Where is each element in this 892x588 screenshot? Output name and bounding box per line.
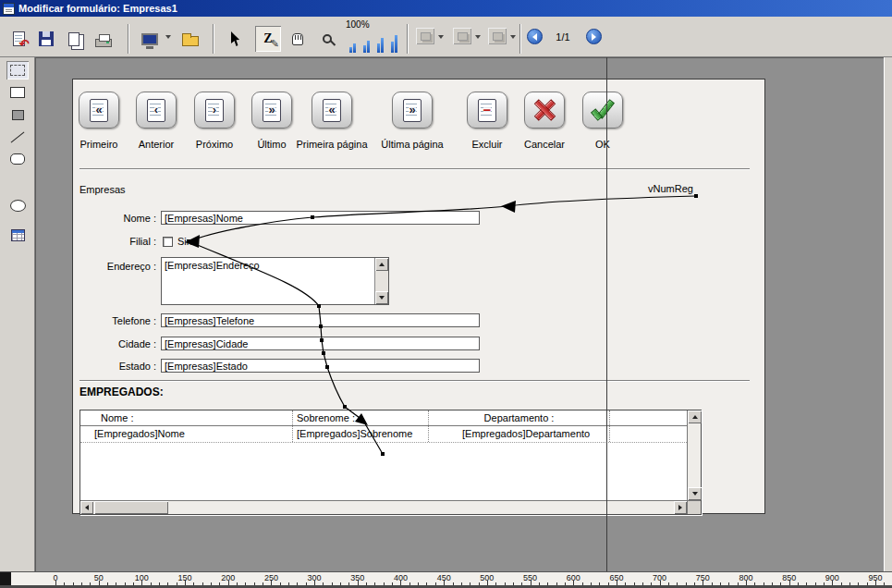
arrow-down-icon [692, 492, 698, 496]
form-button-ok[interactable] [582, 92, 623, 129]
field-endereco-input[interactable]: [Empresas]Endereço [161, 257, 389, 305]
zoom-tool-button[interactable] [314, 26, 340, 52]
chevron-down-icon [510, 35, 516, 39]
column-header[interactable]: Departamento : [429, 410, 610, 425]
scroll-left-button[interactable] [80, 501, 93, 514]
field-cidade-input[interactable]: [Empresas]Cidade [161, 337, 480, 350]
filial-checkbox[interactable] [163, 237, 173, 247]
subform-vertical-scrollbar[interactable] [687, 410, 701, 500]
design-canvas[interactable]: « Primeiro ‹ Anterior › Próximo » Último… [35, 57, 884, 571]
chevron-down-icon [165, 35, 171, 39]
form-button-ultimo[interactable]: » [251, 92, 292, 129]
arrow-up-icon [379, 263, 385, 266]
window-title: Modificar formulário: Empresas1 [18, 3, 177, 14]
rounded-rectangle-icon [10, 153, 25, 165]
save-icon [39, 31, 54, 46]
arrow-right-icon [592, 33, 596, 41]
scroll-down-button[interactable] [688, 487, 702, 500]
pointer-tool-button[interactable] [224, 26, 250, 52]
align-tool-button-1[interactable] [416, 28, 434, 44]
toolbar-separator [128, 24, 129, 54]
endereco-scrollbar[interactable] [374, 258, 388, 304]
field-telefone-input[interactable]: [Empresas]Telefone [161, 313, 480, 327]
form-button-cancelar[interactable] [524, 92, 565, 129]
field-endereco-label[interactable]: Endereço : [77, 261, 156, 272]
field-nome-input[interactable]: [Empresas]Nome [161, 211, 480, 225]
variable-label[interactable]: vNumReg [648, 183, 693, 194]
filled-rectangle-icon [12, 110, 24, 120]
align-dropdown-1[interactable] [435, 31, 446, 43]
marquee-icon [10, 65, 25, 76]
grid-tool[interactable] [6, 226, 29, 244]
rectangle-tool[interactable] [6, 83, 29, 102]
display-mode-button[interactable] [137, 26, 163, 52]
filial-checkbox-label[interactable]: Sim [177, 236, 195, 247]
subform-horizontal-scrollbar[interactable] [80, 500, 687, 514]
column-header[interactable]: Sobrenome : [293, 410, 429, 425]
next-page-button[interactable] [586, 29, 602, 44]
last-page-icon: » [403, 99, 422, 122]
open-button[interactable] [177, 26, 203, 52]
field-filial-label[interactable]: Filial : [77, 236, 156, 247]
zoom-preset-button-2[interactable] [360, 31, 373, 55]
zoom-preset-button-4[interactable] [387, 31, 400, 55]
ellipse-tool[interactable] [6, 196, 29, 214]
form-button-excluir[interactable]: − [467, 92, 507, 129]
align-tool-button-2[interactable] [453, 28, 471, 44]
form-button-label: Primeira página [287, 139, 376, 150]
subform-title[interactable]: EMPREGADOS: [79, 386, 164, 398]
previous-page-button[interactable] [527, 29, 543, 44]
magnifier-icon [323, 34, 332, 43]
zoom-preset-button-1[interactable] [346, 31, 359, 55]
scroll-down-button[interactable] [375, 291, 388, 304]
column-header[interactable]: Nome : [80, 410, 293, 425]
revert-button[interactable] [6, 26, 31, 52]
app-icon [3, 3, 15, 15]
field-estado-input[interactable]: [Empresas]Estado [161, 359, 480, 373]
filled-rectangle-tool[interactable] [6, 105, 29, 124]
field-telefone-label[interactable]: Telefone : [77, 315, 156, 326]
form-button-primeira-pagina[interactable]: « [312, 92, 352, 129]
scroll-up-button[interactable] [688, 410, 702, 423]
subform-data-row[interactable]: [Empregados]Nome [Empregados]Sobrenome [… [80, 426, 687, 443]
separator-line[interactable] [79, 168, 750, 170]
scrollbar-thumb[interactable] [94, 501, 168, 514]
empregados-subform[interactable]: Nome : Sobrenome : Departamento : [Empre… [79, 410, 702, 515]
entry-order-tool-button[interactable] [255, 26, 281, 52]
hand-tool-button[interactable] [285, 26, 311, 52]
align-dropdown-3[interactable] [507, 31, 518, 43]
align-tool-button-3[interactable] [488, 28, 507, 44]
table-cell[interactable]: [Empregados]Nome [80, 426, 293, 442]
separator-line[interactable] [79, 380, 750, 382]
scrollbar-corner [687, 500, 701, 514]
table-cell-empty [610, 426, 687, 442]
pointer-icon [231, 31, 242, 46]
field-cidade-label[interactable]: Cidade : [77, 338, 156, 349]
print-preview-button[interactable] [61, 26, 87, 52]
table-cell[interactable]: [Empregados]Sobrenome [293, 426, 429, 442]
rounded-rectangle-tool[interactable] [6, 150, 29, 168]
scroll-up-button[interactable] [375, 258, 388, 271]
table-name-label[interactable]: Empresas [79, 184, 126, 195]
text-tool[interactable] [6, 61, 29, 80]
print-preview-icon [68, 32, 79, 46]
save-button[interactable] [33, 26, 59, 52]
form-button-anterior[interactable]: ‹ [136, 92, 177, 129]
scroll-right-button[interactable] [674, 501, 687, 514]
print-button[interactable] [91, 26, 116, 52]
page-indicator: 1/1 [549, 31, 577, 43]
ruler: 0501001502002503003504004505005506006507… [0, 571, 892, 585]
zoom-level-label: 100% [346, 19, 370, 30]
field-estado-label[interactable]: Estado : [77, 361, 156, 372]
display-mode-dropdown[interactable] [163, 31, 173, 43]
align-dropdown-2[interactable] [472, 31, 483, 43]
form-button-proximo[interactable]: › [194, 92, 235, 129]
form-button-ultima-pagina[interactable]: » [392, 92, 433, 129]
line-tool[interactable] [6, 128, 29, 146]
zoom-preset-button-3[interactable] [373, 31, 386, 55]
field-nome-label[interactable]: Nome : [77, 213, 156, 224]
form-page[interactable]: « Primeiro ‹ Anterior › Próximo » Último… [72, 79, 765, 514]
chevron-down-icon [475, 35, 481, 39]
form-button-primeiro[interactable]: « [79, 92, 119, 129]
table-cell[interactable]: [Empregados]Departamento [429, 426, 610, 442]
